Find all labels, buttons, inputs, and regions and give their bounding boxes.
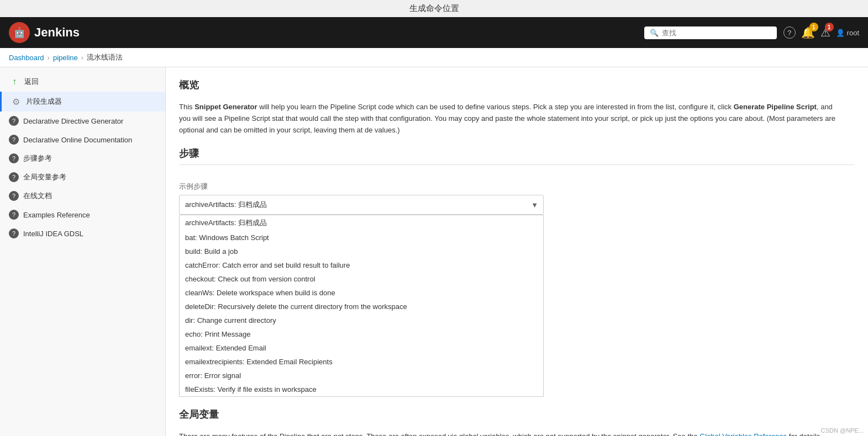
user-icon: 👤 [836, 29, 845, 37]
dropdown-list-item-file-exists[interactable]: fileExists: Verify if file exists in wor… [180, 382, 543, 396]
search-input[interactable] [662, 29, 771, 37]
generate-pipeline-script-bold: Generate Pipeline Script [734, 103, 817, 111]
steps-section: 步骤 示例步骤 archiveArtifacts: 归档成品 ▼ archive… [179, 147, 855, 397]
header-logo[interactable]: 🤖 Jenkins [9, 22, 80, 43]
gear-icon: ⚙ [10, 96, 22, 107]
sidebar-item-global-vars-reference[interactable]: ? 全局变量参考 [0, 168, 165, 187]
dropdown-list-item-catch-error[interactable]: catchError: Catch error and set build re… [180, 258, 543, 272]
steps-dropdown[interactable]: archiveArtifacts: 归档成品 [179, 195, 544, 215]
back-icon: ↑ [9, 76, 20, 87]
sidebar-item-declarative-directive-label: Declarative Directive Generator [23, 117, 123, 125]
question-icon-6: ? [9, 210, 19, 220]
sidebar-item-back[interactable]: ↑ 返回 [0, 72, 165, 92]
overview-title: 概览 [179, 78, 855, 95]
sidebar-item-examples-reference-label: Examples Reference [23, 211, 90, 219]
sidebar-item-steps-reference[interactable]: ? 步骤参考 [0, 149, 165, 168]
global-vars-reference-link[interactable]: Global Variables Reference [699, 432, 787, 436]
dropdown-list-item-error[interactable]: error: Error signal [180, 369, 543, 382]
user-menu[interactable]: 👤 root [836, 29, 859, 37]
global-vars-title: 全局变量 [179, 408, 855, 424]
overview-text-part2: will help you learn the Pipeline Script … [257, 103, 734, 111]
global-vars-text-part2: for details. [787, 432, 822, 436]
sidebar-item-declarative-directive[interactable]: ? Declarative Directive Generator [0, 111, 165, 130]
search-icon: 🔍 [650, 29, 659, 37]
dropdown-list-item-bat[interactable]: bat: Windows Batch Script [180, 231, 543, 244]
sidebar-item-online-docs[interactable]: ? 在线文档 [0, 187, 165, 205]
breadcrumb-dashboard[interactable]: Dashboard [9, 54, 44, 62]
header-logo-text: Jenkins [34, 25, 80, 40]
sidebar-item-intellij-gdsl-label: IntelliJ IDEA GDSL [23, 230, 83, 238]
sidebar-item-back-label: 返回 [24, 77, 39, 87]
question-icon-5: ? [9, 191, 19, 201]
top-title-bar: 生成命令位置 [0, 0, 868, 17]
question-icon-1: ? [9, 116, 19, 126]
dropdown-list-item-delete-dir[interactable]: deleteDir: Recursively delete the curren… [180, 300, 543, 313]
header: 🤖 Jenkins 🔍 ? 🔔 1 ⚠ 1 👤 root [0, 17, 868, 48]
steps-title: 步骤 [179, 147, 855, 175]
dropdown-list-item-checkout[interactable]: checkout: Check out from version control [180, 272, 543, 286]
user-label: root [847, 29, 859, 37]
bell-badge: 1 [809, 23, 818, 31]
top-title-text: 生成命令位置 [409, 3, 459, 13]
bell-badge-container[interactable]: 🔔 1 [801, 26, 815, 39]
dropdown-list-item-archive-artifacts[interactable]: archiveArtifacts: 归档成品 [180, 215, 543, 231]
warning-badge-container[interactable]: ⚠ 1 [820, 26, 830, 39]
sidebar: ↑ 返回 ⚙ 片段生成器 ? Declarative Directive Gen… [0, 67, 166, 436]
dropdown-list-item-emailextrecipients[interactable]: emailextrecipients: Extended Email Recip… [180, 355, 543, 369]
main-layout: ↑ 返回 ⚙ 片段生成器 ? Declarative Directive Gen… [0, 67, 868, 436]
header-icons: ? 🔔 1 ⚠ 1 👤 root [783, 26, 859, 39]
steps-label: 示例步骤 [179, 182, 855, 192]
sidebar-item-declarative-online-docs[interactable]: ? Declarative Online Documentation [0, 130, 165, 149]
dropdown-list-item-echo[interactable]: echo: Print Message [180, 327, 543, 341]
question-icon-7: ? [9, 228, 19, 238]
footer-watermark: CSDN @NPE... [821, 427, 864, 434]
main-content: 概览 This Snippet Generator will help you … [166, 67, 868, 436]
sidebar-item-intellij-gdsl[interactable]: ? IntelliJ IDEA GDSL [0, 224, 165, 243]
dropdown-list-item-find-build-scans[interactable]: findBuildScans: Find published build sca… [180, 396, 543, 397]
dropdown-list-item-emailext[interactable]: emailext: Extended Email [180, 341, 543, 355]
dropdown-selected-value: archiveArtifacts: 归档成品 [185, 200, 267, 209]
breadcrumb-sep2: › [81, 54, 83, 62]
question-icon-2: ? [9, 135, 19, 145]
help-icon[interactable]: ? [783, 26, 796, 39]
overview-text-part1: This [179, 103, 194, 111]
question-icon-4: ? [9, 172, 19, 182]
sidebar-item-global-vars-label: 全局变量参考 [23, 172, 66, 182]
overview-text: This Snippet Generator will help you lea… [179, 102, 842, 136]
breadcrumb-sep1: › [48, 54, 50, 62]
breadcrumb: Dashboard › pipeline › 流水线语法 [0, 48, 868, 67]
warning-badge: 1 [825, 23, 834, 31]
header-search-box[interactable]: 🔍 [644, 26, 777, 39]
dropdown-container: archiveArtifacts: 归档成品 ▼ [179, 195, 544, 215]
sidebar-item-steps-reference-label: 步骤参考 [23, 153, 52, 163]
jenkins-logo-icon: 🤖 [9, 22, 30, 43]
dropdown-list-item-dir[interactable]: dir: Change current directory [180, 313, 543, 327]
dropdown-list[interactable]: archiveArtifacts: 归档成品bat: Windows Batch… [179, 215, 544, 397]
dropdown-list-item-clean-ws[interactable]: cleanWs: Delete workspace when build is … [180, 286, 543, 300]
question-icon-3: ? [9, 153, 19, 163]
sidebar-item-examples-reference[interactable]: ? Examples Reference [0, 205, 165, 224]
global-vars-section: 全局变量 There are many features of the Pipe… [179, 408, 855, 436]
breadcrumb-current: 流水线语法 [87, 52, 123, 62]
sidebar-item-snippet-label: 片段生成器 [26, 97, 62, 107]
snippet-generator-bold: Snippet Generator [194, 103, 257, 111]
global-vars-text: There are many features of the Pipeline … [179, 431, 855, 436]
dropdown-list-item-build[interactable]: build: Build a job [180, 244, 543, 258]
sidebar-item-snippet-generator[interactable]: ⚙ 片段生成器 [0, 92, 165, 111]
breadcrumb-pipeline[interactable]: pipeline [53, 54, 78, 62]
sidebar-item-declarative-online-docs-label: Declarative Online Documentation [23, 136, 132, 144]
sidebar-item-online-docs-label: 在线文档 [23, 191, 52, 201]
global-vars-text-part1: There are many features of the Pipeline … [179, 432, 699, 436]
